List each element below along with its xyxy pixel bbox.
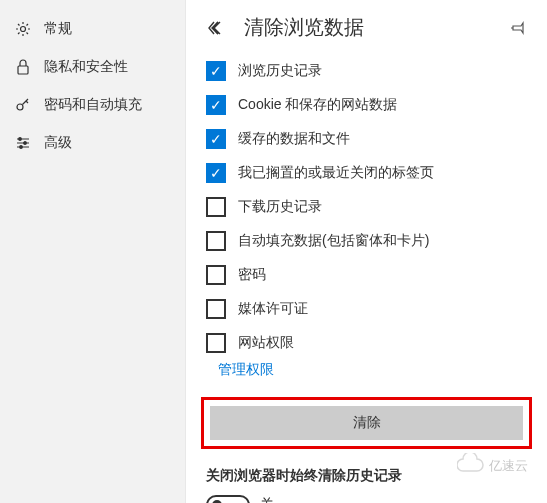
option-label: 密码 (238, 266, 266, 284)
checkmark-icon: ✓ (210, 132, 222, 146)
svg-point-0 (21, 27, 26, 32)
settings-sidebar: 常规 隐私和安全性 密码和自动填充 高级 (0, 0, 186, 503)
checkbox[interactable]: ✓ (206, 61, 226, 81)
checkbox[interactable] (206, 231, 226, 251)
checkbox[interactable] (206, 265, 226, 285)
option-label: Cookie 和保存的网站数据 (238, 96, 397, 114)
checkbox[interactable] (206, 299, 226, 319)
watermark-logo: 亿速云 (457, 453, 537, 483)
option-row: 密码 (206, 265, 527, 285)
checkmark-icon: ✓ (210, 98, 222, 112)
option-label: 我已搁置的或最近关闭的标签页 (238, 164, 434, 182)
sidebar-item-label: 隐私和安全性 (44, 58, 128, 76)
panel-header: 清除浏览数据 (186, 0, 547, 61)
option-label: 网站权限 (238, 334, 294, 352)
svg-point-4 (24, 142, 27, 145)
option-label: 媒体许可证 (238, 300, 308, 318)
sidebar-item-privacy[interactable]: 隐私和安全性 (0, 48, 185, 86)
options-list: ✓浏览历史记录✓Cookie 和保存的网站数据✓缓存的数据和文件✓我已搁置的或最… (186, 61, 547, 353)
back-button[interactable] (206, 18, 226, 38)
sidebar-item-password[interactable]: 密码和自动填充 (0, 86, 185, 124)
pin-icon[interactable] (509, 19, 527, 37)
sidebar-item-label: 常规 (44, 20, 72, 38)
lock-icon (14, 58, 32, 76)
option-row: 下载历史记录 (206, 197, 527, 217)
always-clear-toggle[interactable] (206, 495, 250, 503)
toggle-row: 关 (206, 495, 527, 503)
option-row: 自动填充数据(包括窗体和卡片) (206, 231, 527, 251)
svg-point-5 (20, 146, 23, 149)
sidebar-item-advanced[interactable]: 高级 (0, 124, 185, 162)
checkmark-icon: ✓ (210, 166, 222, 180)
option-label: 缓存的数据和文件 (238, 130, 350, 148)
checkbox[interactable] (206, 333, 226, 353)
svg-point-3 (19, 138, 22, 141)
option-label: 下载历史记录 (238, 198, 322, 216)
option-label: 自动填充数据(包括窗体和卡片) (238, 232, 429, 250)
clear-button-highlight: 清除 (201, 397, 532, 449)
manage-permissions-link[interactable]: 管理权限 (218, 361, 547, 379)
checkbox[interactable]: ✓ (206, 95, 226, 115)
svg-point-2 (17, 104, 23, 110)
option-row: 网站权限 (206, 333, 527, 353)
sidebar-item-label: 密码和自动填充 (44, 96, 142, 114)
option-row: 媒体许可证 (206, 299, 527, 319)
option-row: ✓我已搁置的或最近关闭的标签页 (206, 163, 527, 183)
clear-data-panel: 清除浏览数据 ✓浏览历史记录✓Cookie 和保存的网站数据✓缓存的数据和文件✓… (186, 0, 547, 503)
checkbox[interactable]: ✓ (206, 129, 226, 149)
svg-rect-1 (18, 66, 28, 74)
sidebar-item-label: 高级 (44, 134, 72, 152)
option-row: ✓Cookie 和保存的网站数据 (206, 95, 527, 115)
sliders-icon (14, 134, 32, 152)
sidebar-item-general[interactable]: 常规 (0, 10, 185, 48)
option-row: ✓缓存的数据和文件 (206, 129, 527, 149)
gear-icon (14, 20, 32, 38)
checkbox[interactable]: ✓ (206, 163, 226, 183)
toggle-state-text: 关 (260, 496, 274, 503)
checkmark-icon: ✓ (210, 64, 222, 78)
option-row: ✓浏览历史记录 (206, 61, 527, 81)
panel-title: 清除浏览数据 (244, 14, 509, 41)
key-icon (14, 96, 32, 114)
option-label: 浏览历史记录 (238, 62, 322, 80)
svg-text:亿速云: 亿速云 (488, 458, 528, 473)
checkbox[interactable] (206, 197, 226, 217)
clear-button[interactable]: 清除 (210, 406, 523, 440)
